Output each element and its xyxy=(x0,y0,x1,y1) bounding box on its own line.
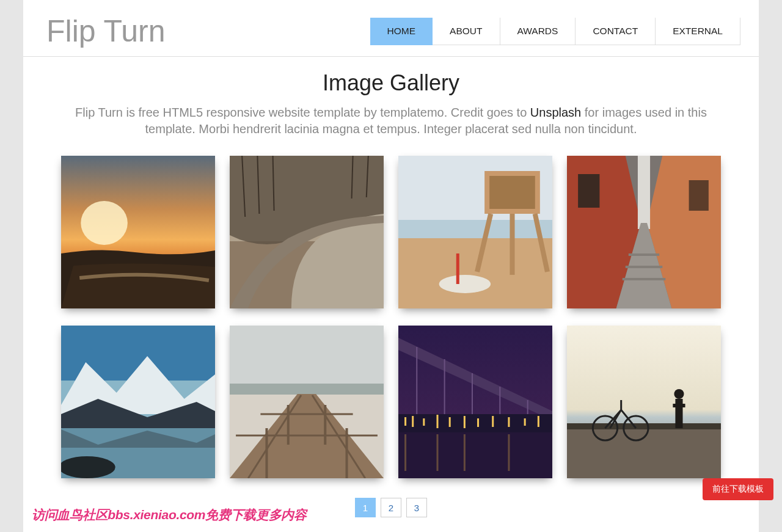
gallery-image-narrow-alley[interactable] xyxy=(567,156,721,308)
svg-rect-25 xyxy=(626,266,662,268)
svg-rect-11 xyxy=(398,238,552,308)
svg-rect-56 xyxy=(412,416,414,427)
svg-rect-22 xyxy=(638,156,650,229)
nav-external[interactable]: EXTERNAL xyxy=(656,18,740,45)
nav-about[interactable]: ABOUT xyxy=(433,18,500,45)
svg-rect-24 xyxy=(623,278,666,280)
svg-rect-70 xyxy=(508,434,510,471)
watermark-text: 访问血鸟社区bbs.xieniao.com免费下载更多内容 xyxy=(32,506,307,523)
svg-rect-63 xyxy=(508,417,510,427)
unsplash-link[interactable]: Unsplash xyxy=(530,106,581,119)
svg-rect-26 xyxy=(629,253,659,256)
svg-rect-61 xyxy=(477,418,479,427)
svg-rect-54 xyxy=(398,414,552,432)
svg-rect-69 xyxy=(464,434,466,471)
svg-rect-57 xyxy=(423,418,425,426)
svg-rect-60 xyxy=(464,416,466,428)
header: Flip Turn HOME ABOUT AWARDS CONTACT EXTE… xyxy=(23,0,759,57)
gallery-image-forest-road[interactable] xyxy=(230,156,384,308)
svg-rect-67 xyxy=(404,434,406,471)
download-template-button[interactable]: 前往下载模板 xyxy=(703,478,773,500)
svg-rect-27 xyxy=(578,174,599,208)
page-1-button[interactable]: 1 xyxy=(355,498,376,517)
svg-rect-13 xyxy=(489,176,535,209)
image-gallery xyxy=(23,137,759,490)
svg-rect-72 xyxy=(567,428,721,478)
svg-rect-68 xyxy=(436,434,438,471)
svg-rect-18 xyxy=(456,253,459,284)
nav-contact[interactable]: CONTACT xyxy=(576,18,656,45)
svg-rect-76 xyxy=(675,399,682,428)
svg-rect-65 xyxy=(538,416,539,427)
svg-point-35 xyxy=(61,456,115,478)
gallery-description: Flip Turn is free HTML5 responsive websi… xyxy=(60,104,722,137)
site-logo[interactable]: Flip Turn xyxy=(46,13,166,49)
gallery-image-man-bike-dock[interactable] xyxy=(567,326,721,478)
svg-rect-64 xyxy=(524,418,526,426)
main-nav: HOME ABOUT AWARDS CONTACT EXTERNAL xyxy=(370,18,740,45)
gallery-image-wooden-pier[interactable] xyxy=(230,326,384,478)
svg-rect-55 xyxy=(404,417,406,426)
svg-rect-78 xyxy=(673,404,685,407)
svg-point-17 xyxy=(439,275,491,293)
svg-rect-62 xyxy=(492,416,494,427)
nav-awards[interactable]: AWARDS xyxy=(500,18,576,45)
svg-rect-10 xyxy=(398,220,552,241)
gallery-image-mountain-lake[interactable] xyxy=(61,326,215,478)
gallery-image-sunset-beach[interactable] xyxy=(61,156,215,308)
gallery-image-city-bridge-night[interactable] xyxy=(398,326,552,478)
svg-rect-66 xyxy=(398,432,552,478)
desc-pre: Flip Turn is free HTML5 responsive websi… xyxy=(75,106,530,119)
svg-rect-58 xyxy=(436,415,438,428)
gallery-image-lifeguard-beach[interactable] xyxy=(398,156,552,308)
page-3-button[interactable]: 3 xyxy=(406,498,427,517)
svg-rect-59 xyxy=(449,417,451,427)
svg-point-1 xyxy=(81,201,128,245)
svg-point-77 xyxy=(674,389,684,399)
svg-rect-73 xyxy=(567,423,721,429)
svg-rect-37 xyxy=(230,326,384,387)
gallery-title: Image Gallery xyxy=(23,70,759,96)
svg-rect-38 xyxy=(230,384,384,395)
page-2-button[interactable]: 2 xyxy=(381,498,401,517)
nav-home[interactable]: HOME xyxy=(370,18,433,45)
svg-rect-28 xyxy=(689,180,709,211)
